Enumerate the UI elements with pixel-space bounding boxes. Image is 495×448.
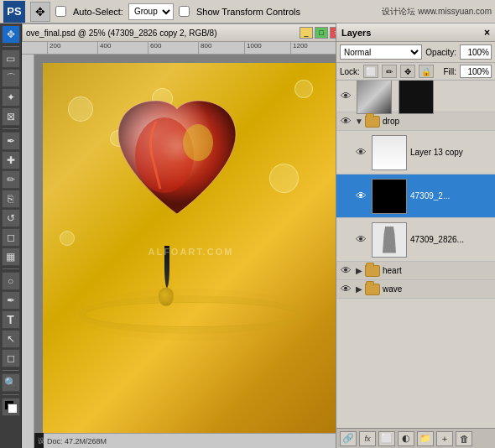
thumb-white [373, 136, 406, 169]
lock-image-btn[interactable]: ✏ [382, 65, 397, 78]
layer-thumb-47309-2 [372, 179, 407, 214]
layers-list: 👁 👁 ▼ drop [336, 81, 495, 428]
delete-layer-btn[interactable]: 🗑 [456, 431, 472, 446]
type-tool[interactable]: T [2, 310, 20, 329]
fill-input[interactable] [460, 65, 492, 78]
layer-group-wave[interactable]: 👁 ▶ wave [336, 280, 495, 299]
layer-eye-13copy[interactable]: 👁 [353, 145, 368, 160]
layers-toolbar: 🔗 fx ⬜ ◐ 📁 + 🗑 [336, 428, 495, 448]
layer-thumb-mask-top [399, 81, 434, 114]
layer-name-wave: wave [383, 284, 402, 294]
ruler-tick: 800 [198, 42, 211, 54]
brush-tool[interactable]: ✏ [2, 170, 20, 189]
layer-thumb-13copy [372, 135, 407, 170]
layer-name-47309-2: 47309_2... [410, 191, 450, 201]
healing-tool[interactable]: ✚ [2, 151, 20, 169]
bokeh-1 [68, 96, 93, 122]
mask-btn[interactable]: ⬜ [378, 431, 395, 446]
tool-separator-2 [3, 128, 19, 129]
layer-group-drop[interactable]: 👁 ▼ drop [336, 112, 495, 131]
layers-panel-close[interactable]: × [484, 27, 490, 39]
zoom-tool[interactable]: 🔍 [2, 373, 20, 392]
canvas-watermark: ALFOART.COM [148, 247, 233, 257]
marquee-tool[interactable]: ▭ [2, 49, 20, 68]
water-ripple [85, 302, 297, 327]
shape-tool[interactable]: ◻ [2, 349, 20, 367]
layers-title: Layers [341, 28, 371, 38]
thumb-vase-dark [373, 180, 406, 213]
ruler-tick: 1200 [290, 42, 308, 54]
folder-icon-drop [365, 116, 380, 128]
history-tool[interactable]: ↺ [2, 209, 20, 227]
main-area: ✥ ▭ ⌒ ✦ ⊠ ✒ ✚ ✏ ⎘ ↺ ◻ ▦ ○ ✒ T ↖ ◻ 🔍 ove_… [0, 23, 495, 448]
eraser-tool[interactable]: ◻ [2, 228, 20, 247]
layer-expand-drop[interactable]: ▼ [353, 116, 365, 128]
opacity-label: Opacity: [425, 48, 456, 57]
folder-icon-wave [365, 284, 380, 295]
doc-minimize-btn[interactable]: _ [300, 27, 313, 39]
fg-bg-colors[interactable] [2, 398, 20, 416]
opacity-input[interactable] [460, 44, 492, 60]
tool-separator-3 [3, 268, 19, 269]
thumb-gradient [357, 81, 391, 113]
layer-eye-heart[interactable]: 👁 [338, 263, 353, 279]
fx-btn[interactable]: fx [359, 431, 376, 446]
svg-point-1 [183, 124, 213, 161]
status-text: Doc: 47.2M/268M [47, 437, 107, 445]
tool-separator-5 [3, 394, 19, 395]
ruler-tick: 600 [148, 42, 161, 54]
eyedropper-tool[interactable]: ✒ [2, 132, 20, 150]
layer-expand-wave[interactable]: ▶ [353, 284, 365, 295]
layer-eye-47309-2826[interactable]: 👁 [353, 232, 368, 247]
link-layers-btn[interactable]: 🔗 [340, 431, 357, 446]
bokeh-7 [294, 80, 313, 98]
lock-all-btn[interactable]: 🔒 [419, 65, 434, 78]
lock-position-btn[interactable]: ✥ [400, 65, 415, 78]
new-layer-btn[interactable]: + [436, 431, 453, 446]
folder-icon-heart [365, 265, 380, 277]
fill-label: Fill: [443, 67, 456, 76]
auto-select-checkbox[interactable] [55, 6, 66, 17]
blend-mode-select[interactable]: Normal Multiply Screen Overlay [340, 44, 422, 60]
layer-item-47309-2826[interactable]: 👁 47309_2826... [336, 218, 495, 262]
path-select-tool[interactable]: ↖ [2, 330, 20, 348]
quick-select-tool[interactable]: ✦ [2, 88, 20, 107]
move-tool-icon[interactable]: ✥ [30, 2, 50, 22]
pen-tool[interactable]: ✒ [2, 291, 20, 310]
adjustment-btn[interactable]: ◐ [398, 431, 414, 446]
dodge-tool[interactable]: ○ [2, 272, 20, 290]
layers-panel-header: Layers × [336, 23, 495, 42]
layer-item-13copy[interactable]: 👁 Layer 13 copy [336, 131, 495, 175]
doc-title: ove_final.psd @ 25% (47309_2826 copy 2, … [26, 29, 217, 38]
layer-group-heart[interactable]: 👁 ▶ heart [336, 262, 495, 280]
show-transform-checkbox[interactable] [179, 6, 190, 17]
crop-tool[interactable]: ⊠ [2, 107, 20, 126]
layer-item-top-gradient[interactable]: 👁 [336, 81, 495, 112]
layer-name-13copy: Layer 13 copy [410, 148, 463, 157]
layer-eye-wave[interactable]: 👁 [338, 282, 353, 297]
bokeh-6 [60, 231, 75, 246]
gradient-tool[interactable]: ▦ [2, 247, 20, 266]
ruler-tick: 1000 [244, 42, 262, 54]
move-tool[interactable]: ✥ [2, 25, 20, 44]
layer-eye-drop[interactable]: 👁 [338, 114, 353, 129]
group-btn[interactable]: 📁 [417, 431, 434, 446]
auto-select-dropdown[interactable]: Group Layer [128, 3, 174, 20]
layer-name-47309-2826: 47309_2826... [410, 235, 464, 244]
canvas[interactable]: ALFOART.COM 设计论坛 www.missyuan.com [34, 55, 347, 448]
lasso-tool[interactable]: ⌒ [2, 69, 20, 87]
layer-eye-top-gradient[interactable]: 👁 [338, 89, 353, 104]
tool-separator-4 [3, 370, 19, 371]
heart-svg [102, 80, 253, 231]
clone-tool[interactable]: ⎘ [2, 190, 20, 208]
website-label: 设计论坛 www.missyuan.com [382, 6, 492, 18]
layer-expand-heart[interactable]: ▶ [353, 265, 365, 277]
canvas-image: ALFOART.COM [43, 63, 339, 440]
show-transform-label: Show Transform Controls [196, 7, 300, 17]
layer-thumb-top-gradient [357, 81, 392, 114]
layer-item-47309-2[interactable]: 👁 47309_2... [336, 175, 495, 218]
lock-transparent-btn[interactable]: ⬜ [363, 65, 378, 78]
doc-maximize-btn[interactable]: □ [315, 27, 328, 39]
ruler-tick: 400 [97, 42, 111, 54]
layer-eye-47309-2[interactable]: 👁 [353, 189, 368, 204]
